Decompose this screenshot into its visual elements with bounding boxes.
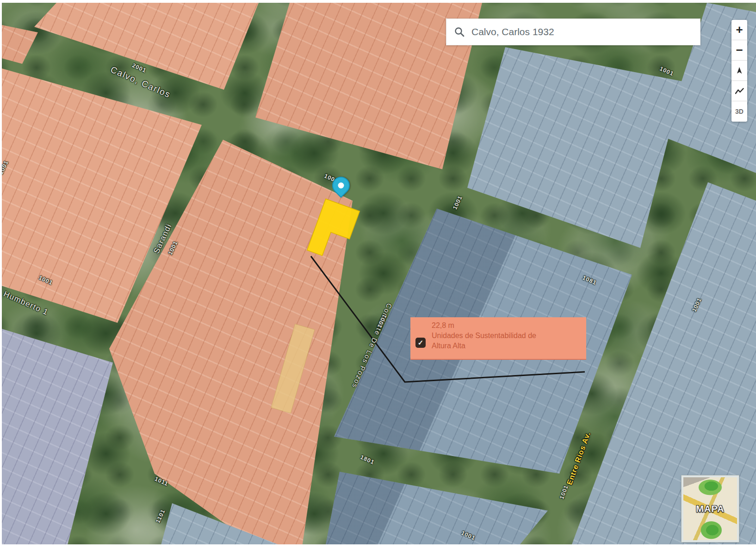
map-controls: + − 3D [731, 20, 747, 122]
parcel-overlay-layer [2, 3, 756, 544]
zoom-in-button[interactable]: + [731, 20, 747, 40]
checkmark-icon: ✓ [418, 339, 424, 347]
parcel-info-callout: ✓ 22,8 m Unidades de Sustentabilidad de … [410, 317, 586, 360]
callout-line-2: Altura Alta [432, 341, 536, 351]
parcel-height-value: 22,8 m [432, 321, 536, 331]
minimap-label: MAPA [696, 504, 724, 514]
page-frame: 2001Calvo, Carlos1001Sarandi10011001Humb… [0, 0, 756, 555]
secondary-parcel-highlight [271, 324, 315, 413]
three-d-button[interactable]: 3D [731, 101, 747, 122]
search-bar [446, 18, 700, 45]
minimap-toggle[interactable]: MAPA [682, 475, 739, 542]
highlight-parcel[interactable] [307, 199, 360, 263]
search-input[interactable] [471, 18, 700, 45]
callout-line-1: Unidades de Sustentabilidad de [432, 331, 536, 341]
layer-checkbox[interactable]: ✓ [415, 338, 426, 348]
zigzag-measure-icon [735, 87, 744, 95]
locate-arrow-button[interactable] [731, 61, 747, 81]
search-icon [454, 26, 465, 37]
map-canvas[interactable]: 2001Calvo, Carlos1001Sarandi10011001Humb… [2, 3, 756, 544]
zoom-out-button[interactable]: − [731, 40, 747, 61]
measure-tool-button[interactable] [731, 81, 747, 101]
locate-arrow-icon [736, 67, 743, 74]
callout-text: 22,8 m Unidades de Sustentabilidad de Al… [432, 321, 536, 351]
